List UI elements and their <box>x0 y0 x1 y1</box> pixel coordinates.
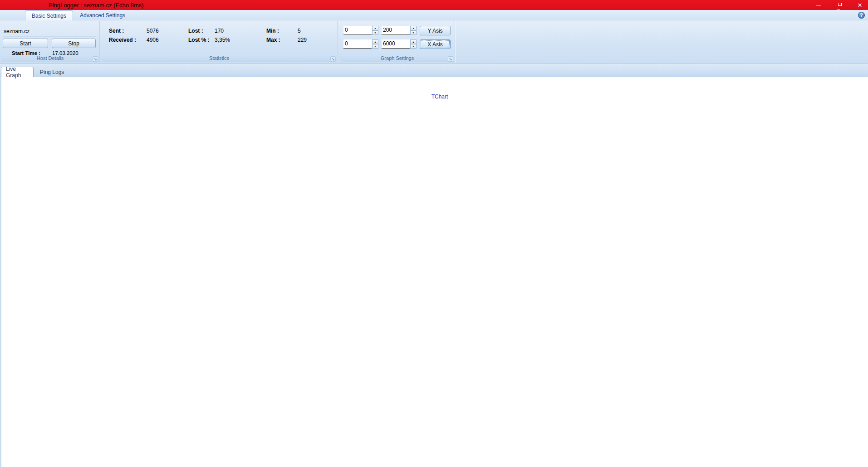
pinglogger-window: PingLogger : seznam.cz (Echo 8ms) ✕ Basi… <box>0 0 868 467</box>
dialog-launcher-icon[interactable]: ↘ <box>330 56 336 62</box>
group-label-statistics: Statistics <box>102 55 337 62</box>
group-host-details: seznam.cz Start Stop Start Time : 17.03.… <box>1 21 100 63</box>
lost-pct-label: Lost % : <box>188 37 210 43</box>
min-value: 5 <box>298 28 301 34</box>
restore-button[interactable] <box>831 0 847 10</box>
max-label: Max : <box>266 37 280 43</box>
x-min-spinner[interactable]: 0 <box>343 39 372 49</box>
spin-down-icon[interactable]: ▼ <box>410 30 417 35</box>
close-icon: ✕ <box>858 2 863 8</box>
x-max-spinner-buttons[interactable]: ▲▼ <box>410 39 417 49</box>
group-statistics: Sent : 5076 Received : 4906 Lost : 170 L… <box>101 21 338 63</box>
tab-ping-logs[interactable]: Ping Logs <box>35 67 69 77</box>
spin-down-icon[interactable]: ▼ <box>410 44 417 49</box>
minimize-icon <box>816 5 821 5</box>
lost-label: Lost : <box>188 28 203 34</box>
tab-advanced-settings[interactable]: Advanced Settings <box>74 10 132 20</box>
lost-value: 170 <box>215 28 224 34</box>
sent-value: 5076 <box>147 28 159 34</box>
help-icon[interactable]: ? <box>858 12 865 19</box>
y-max-spinner[interactable]: 200 <box>382 26 410 35</box>
ribbon-tab-row: Basic Settings Advanced Settings ? <box>0 10 868 20</box>
group-graph-settings: 0 ▲▼ 200 ▲▼ Y Asis 0 ▲▼ 6000 ▲▼ X Asis G… <box>340 21 455 63</box>
minimize-button[interactable] <box>810 0 826 10</box>
y-axis-button[interactable]: Y Asis <box>420 26 451 35</box>
group-label-host-details: Host Details <box>1 55 99 62</box>
max-value: 229 <box>298 37 307 43</box>
live-graph-page: TChart <box>0 77 868 467</box>
restore-icon <box>837 3 842 7</box>
window-title: PingLogger : seznam.cz (Echo 8ms) <box>49 2 144 9</box>
title-bar: PingLogger : seznam.cz (Echo 8ms) ✕ <box>0 0 868 10</box>
tab-basic-settings[interactable]: Basic Settings <box>25 10 73 20</box>
received-label: Received : <box>109 37 136 43</box>
close-button[interactable]: ✕ <box>852 0 868 10</box>
start-button[interactable]: Start <box>3 39 48 48</box>
dialog-launcher-icon[interactable]: ↘ <box>93 56 98 62</box>
y-max-spinner-buttons[interactable]: ▲▼ <box>410 26 417 35</box>
ribbon-body: seznam.cz Start Stop Start Time : 17.03.… <box>0 20 868 64</box>
doc-tab-strip: Live Graph Ping Logs <box>0 64 868 77</box>
group-label-graph-settings: Graph Settings <box>340 55 454 62</box>
lost-pct-value: 3,35% <box>215 37 230 43</box>
spin-up-icon[interactable]: ▲ <box>410 26 417 30</box>
x-max-spinner[interactable]: 6000 <box>382 39 410 49</box>
stop-button[interactable]: Stop <box>52 39 96 48</box>
min-label: Min : <box>266 28 279 34</box>
x-min-spinner-buttons[interactable]: ▲▼ <box>372 39 378 49</box>
chart-title: TChart <box>34 93 845 100</box>
spin-up-icon[interactable]: ▲ <box>410 39 417 44</box>
spin-up-icon[interactable]: ▲ <box>372 26 378 30</box>
received-value: 4906 <box>147 37 159 43</box>
x-axis-button[interactable]: X Asis <box>420 39 451 49</box>
spin-down-icon[interactable]: ▼ <box>372 30 378 35</box>
sent-label: Sent : <box>109 28 124 34</box>
spin-down-icon[interactable]: ▼ <box>372 44 378 49</box>
y-min-spinner[interactable]: 0 <box>343 26 372 35</box>
ping-chart-plot <box>26 100 850 450</box>
tab-live-graph[interactable]: Live Graph <box>1 67 34 77</box>
host-input[interactable]: seznam.cz <box>3 27 96 36</box>
dialog-launcher-icon[interactable]: ↘ <box>448 56 453 62</box>
y-min-spinner-buttons[interactable]: ▲▼ <box>372 26 378 35</box>
spin-up-icon[interactable]: ▲ <box>372 39 378 44</box>
